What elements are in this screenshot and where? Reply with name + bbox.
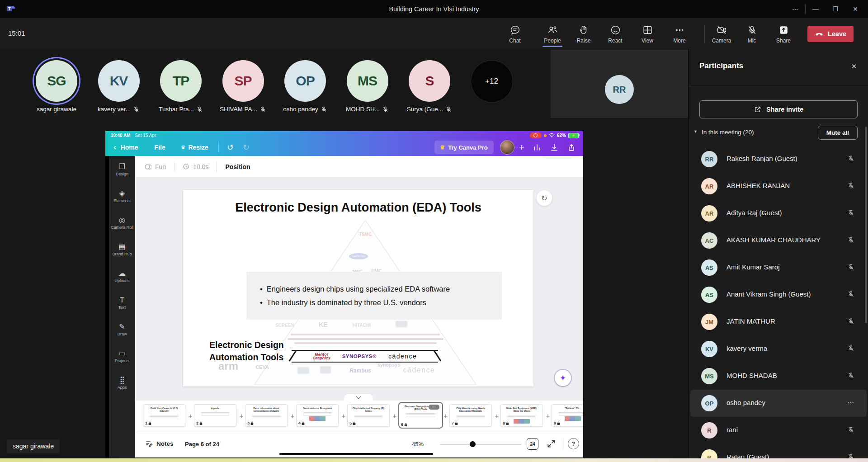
participant-row[interactable]: KV kavery verma (690, 335, 867, 363)
canva-sidebar-item[interactable]: T Text (109, 296, 135, 310)
add-page-button[interactable]: + (391, 412, 398, 419)
participant-row[interactable]: AS Anant Vikram Singh (Guest) (690, 281, 867, 308)
participant-row[interactable]: JM JATIN MATHUR (690, 308, 867, 335)
slide-thumbnail[interactable]: "Fabless" Ch... 9 (552, 404, 583, 427)
chat-button[interactable]: Chat (502, 20, 528, 47)
participant-row[interactable]: RR Rakesh Ranjan (Guest) (690, 146, 867, 173)
mic-off-icon[interactable] (847, 372, 855, 379)
close-panel-icon[interactable]: ✕ (847, 60, 861, 73)
add-page-button[interactable]: + (289, 412, 296, 419)
slide-thumbnail[interactable]: Electronic Design Automation (EDA) Tools… (398, 402, 443, 429)
slide-thumbnail[interactable]: Semiconductor Ecosystem 4 (296, 404, 339, 427)
slide-thumbnail[interactable]: Chip Manufacturing Needs Specialized Mat… (449, 404, 492, 427)
canva-sidebar-item[interactable]: ⣿ Apps (109, 376, 135, 390)
canva-sidebar-item[interactable]: ◎ Camera Roll (109, 216, 135, 230)
participant-row[interactable]: R rani (690, 417, 867, 444)
raise-hand-button[interactable]: Raise (571, 20, 597, 47)
home-button[interactable]: Home (121, 144, 138, 151)
fullscreen-icon[interactable] (547, 439, 556, 448)
participant-video-tile[interactable]: SG sagar girawale (27, 60, 86, 113)
restore-button[interactable]: ❐ (826, 0, 845, 18)
participant-row[interactable]: AR ABHISHEK RANJAN (690, 173, 867, 200)
slide-thumbnail[interactable]: Agenda 2 (194, 404, 236, 427)
redo-icon[interactable]: ↻ (243, 142, 250, 152)
download-icon[interactable] (550, 143, 559, 152)
back-chevron-icon[interactable]: ‹ (113, 143, 116, 152)
refresh-button[interactable]: ↻ (536, 190, 552, 206)
mic-off-icon[interactable] (847, 236, 855, 244)
participant-row[interactable]: AR Aditya Raj (Guest) (690, 200, 867, 227)
slide-thumbnail[interactable]: Chip Intellectual Property (IP) Cores 5 (347, 404, 390, 427)
more-options-icon[interactable]: ⋯ (847, 399, 855, 407)
account-avatar[interactable] (500, 140, 514, 155)
collapse-filmstrip-tab[interactable] (344, 394, 373, 401)
view-button[interactable]: View (634, 20, 660, 47)
section-caret-icon[interactable]: ▼ (693, 129, 698, 134)
video-tile[interactable]: RR (551, 50, 688, 118)
insights-icon[interactable] (533, 143, 542, 152)
close-button[interactable]: ✕ (845, 0, 865, 18)
react-button[interactable]: React (602, 20, 628, 47)
thumbnail-menu-icon[interactable]: ⋯ (429, 405, 439, 410)
add-page-button[interactable]: + (238, 412, 245, 419)
resize-button[interactable]: Resize (188, 144, 208, 151)
mic-off-icon[interactable] (847, 209, 855, 217)
help-button[interactable]: ? (568, 438, 579, 449)
mic-off-icon[interactable] (847, 290, 855, 298)
mute-all-button[interactable]: Mute all (818, 126, 858, 140)
zoom-slider-thumb[interactable] (470, 441, 476, 447)
more-button[interactable]: More (666, 20, 693, 47)
mic-off-icon[interactable] (847, 426, 855, 434)
mic-off-icon[interactable] (847, 263, 855, 271)
scrollbar-thumb[interactable] (865, 127, 867, 323)
participant-row[interactable]: AC AKASH KUMAR CHAUDHARY (690, 227, 867, 254)
slide-thumbnail[interactable]: Build Your Career In VLSI Industry 1 (143, 404, 185, 427)
grid-view-button[interactable]: 24 (527, 438, 538, 450)
mic-off-icon[interactable] (847, 317, 855, 325)
mic-off-icon[interactable] (847, 344, 855, 352)
add-page-button[interactable]: + (187, 412, 194, 419)
titlebar-more-icon[interactable]: ⋯ (785, 0, 805, 18)
add-page-button[interactable]: + (544, 412, 552, 419)
try-canva-pro-button[interactable]: ♛ Try Canva Pro (434, 141, 494, 154)
export-icon[interactable] (567, 143, 576, 152)
mic-off-icon[interactable] (847, 182, 855, 189)
file-menu[interactable]: File (155, 144, 165, 151)
share-invite-button[interactable]: Share invite (699, 100, 858, 118)
people-button[interactable]: People (539, 20, 566, 47)
canva-sidebar-item[interactable]: ☁ Uploads (109, 269, 135, 283)
slide-thumbnail[interactable]: Wafer Fab Equipment (WFE): Make the Chip… (500, 404, 543, 427)
undo-icon[interactable]: ↺ (227, 142, 234, 152)
position-button[interactable]: Position (225, 163, 250, 170)
participant-video-tile[interactable]: OP osho pandey (276, 60, 335, 113)
canva-sidebar-item[interactable]: ◈ Elements (109, 189, 135, 203)
mic-button[interactable]: Mic (739, 20, 765, 47)
magic-assistant-button[interactable]: ✦ (555, 370, 571, 386)
camera-button[interactable]: Camera (708, 20, 735, 47)
notes-button[interactable]: Notes (145, 440, 174, 448)
mic-off-icon[interactable] (847, 155, 855, 162)
transition-label[interactable]: Fun (155, 163, 166, 170)
participant-row[interactable]: OP osho pandey ⋯ (690, 390, 867, 417)
canva-sidebar-item[interactable]: ▭ Projects (109, 349, 135, 363)
participant-video-tile[interactable]: +12 (462, 60, 521, 103)
leave-button[interactable]: Leave (807, 26, 854, 42)
add-member-button[interactable]: + (519, 142, 524, 153)
zoom-slider-track[interactable] (440, 444, 521, 445)
add-page-button[interactable]: + (340, 412, 347, 419)
participant-video-tile[interactable]: S Surya (Gue... (400, 60, 459, 113)
duration-label[interactable]: 10.0s (193, 163, 208, 170)
add-page-button[interactable]: + (442, 412, 449, 419)
canva-sidebar-item[interactable]: ❐ Design (109, 162, 135, 176)
slide-thumbnail[interactable]: Basic information about semiconductor in… (245, 404, 288, 427)
slide[interactable]: TSMCSAMSUNGSMICUMCSCREENKEHITACHIarmCEVA… (183, 190, 533, 387)
participant-video-tile[interactable]: MS MOHD SH... (338, 60, 397, 113)
add-page-button[interactable]: + (493, 412, 500, 419)
participant-row[interactable]: AS Amit Kumar Saroj (690, 254, 867, 281)
participant-row[interactable]: MS MOHD SHADAB (690, 363, 867, 390)
participant-video-tile[interactable]: TP Tushar Pra... (151, 60, 210, 113)
participant-video-tile[interactable]: SP SHIVAM PA... (214, 60, 273, 113)
participant-video-tile[interactable]: KV kavery ver... (90, 60, 148, 113)
canva-sidebar-item[interactable]: ✎ Draw (109, 322, 135, 336)
canva-sidebar-item[interactable]: ▤ Brand Hub (109, 242, 135, 256)
